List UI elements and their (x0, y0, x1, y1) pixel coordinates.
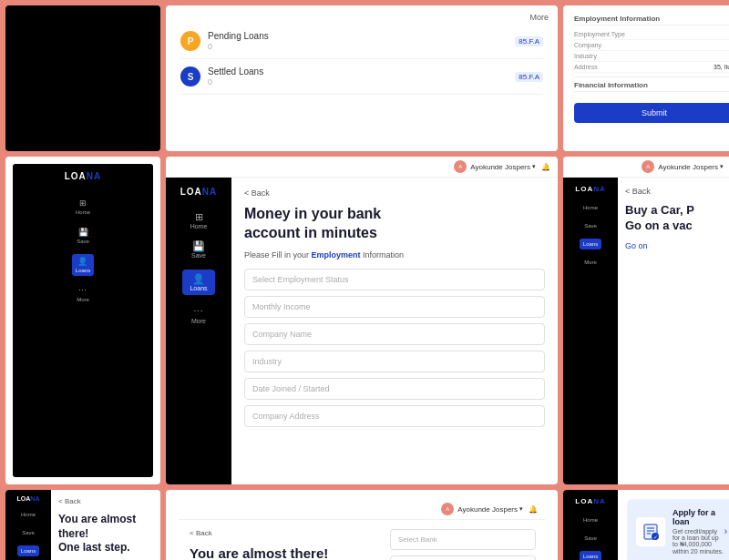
mid-center-content: Back Money in your bank account in minut… (231, 178, 558, 484)
financial-section-title: Financial Information (574, 81, 729, 92)
pending-loans-item: P Pending Loans 0 85.F.A (180, 24, 543, 59)
bot-left-nav-home[interactable]: Home (17, 509, 39, 520)
back-link[interactable]: Back (244, 188, 545, 198)
mid-center-panel: A Ayokunde Jospers ▾ 🔔 LOANA ⊞ Home 💾 Sa… (166, 157, 558, 484)
bot-left-nav-save[interactable]: Save (18, 527, 38, 538)
mid-center-header: A Ayokunde Jospers ▾ 🔔 (166, 157, 558, 178)
bot-center-chevron: ▾ (519, 505, 523, 513)
emp-section-title: Employment Information (574, 15, 729, 25)
sidebar-item-more[interactable]: ⋯ More (191, 306, 206, 324)
mid-right-title: Buy a Car, P Go on a vac (625, 203, 729, 234)
mid-center-avatar: A (454, 160, 467, 173)
bot-left-nav-loans[interactable]: Loans (17, 545, 39, 556)
mid-left-nav-save[interactable]: 💾Save (73, 225, 93, 247)
settled-label: Settled Loans 0 (208, 66, 509, 87)
apply-card-icon: ✓ (636, 517, 665, 546)
bot-left-title: You are almost there! One last step. (58, 513, 153, 555)
go-on-link[interactable]: Go on (625, 241, 729, 250)
settled-badge: 85.F.A (515, 72, 543, 82)
bot-center-back[interactable]: Back (190, 529, 370, 537)
date-joined-input[interactable] (244, 378, 545, 400)
mid-right-panel: A Ayokunde Jospers ▾ 🔔 LOANA Home Save L… (563, 157, 729, 484)
mid-right-user: A Ayokunde Jospers ▾ 🔔 (642, 160, 729, 173)
bot-center-header: A Ayokunde Jospers ▾ 🔔 (179, 499, 545, 520)
bot-right-nav-save[interactable]: Save (580, 533, 601, 544)
sidebar-item-home[interactable]: ⊞ Home (190, 211, 208, 229)
settled-icon: S (180, 66, 200, 87)
bot-right-nav-loans[interactable]: Loans (580, 551, 601, 560)
pending-badge: 85.F.A (515, 36, 543, 46)
bot-left-back[interactable]: Back (58, 497, 153, 505)
page-title: Money in your bank account in minutes (244, 205, 545, 243)
mid-right-chevron: ▾ (720, 163, 724, 170)
emp-type-row: Employment Type (574, 29, 729, 40)
sidebar-item-loans[interactable]: 👤 Loans (182, 270, 214, 295)
chevron-down-icon: ▾ (532, 163, 536, 170)
sidebar-item-save[interactable]: 💾 Save (191, 240, 206, 259)
mid-left-panel: LOANA ⊞Home 💾Save 👤Loans ⋯More (5, 157, 160, 484)
apply-card-text: Apply for a loan Get credit/apply for a … (673, 508, 724, 555)
emp-address-row: Address 35, Ilud (574, 62, 729, 73)
apply-card[interactable]: ✓ Apply for a loan Get credit/apply for … (627, 499, 729, 560)
mid-right-nav-home[interactable]: Home (580, 202, 601, 213)
top-left-panel (5, 5, 160, 151)
apply-card-subtitle: Get credit/apply for a loan but up to ₦4… (673, 528, 724, 555)
mid-right-nav-loans[interactable]: Loans (580, 239, 601, 249)
mid-right-nav-save[interactable]: Save (580, 220, 601, 231)
bot-left-panel: LOANA Home Save Loans More Back You are … (5, 490, 160, 560)
almost-title: You are almost there! One last step. (190, 545, 370, 560)
mid-center-user: A Ayokunde Jospers ▾ 🔔 (454, 160, 550, 173)
bell-icon: 🔔 (541, 163, 550, 171)
mid-right-avatar: A (642, 160, 654, 173)
monthly-income-input[interactable] (244, 296, 545, 318)
top-center-panel: More P Pending Loans 0 85.F.A S Settled … (166, 5, 558, 151)
settled-loans-item: S Settled Loans 0 85.F.A (180, 59, 543, 95)
mid-left-nav-home[interactable]: ⊞Home (72, 196, 94, 218)
bot-right-nav-home[interactable]: Home (580, 514, 601, 525)
mid-right-back[interactable]: Back (625, 187, 729, 196)
more-button[interactable]: More (529, 13, 549, 22)
bot-center-user: A Ayokunde Jospers ▾ 🔔 (441, 503, 538, 515)
sidebar-logo: LOANA (180, 187, 218, 197)
apply-card-arrow-icon: › (724, 526, 727, 536)
bot-center-panel: A Ayokunde Jospers ▾ 🔔 Back You are almo… (166, 490, 558, 560)
mid-right-nav-more[interactable]: More (580, 257, 601, 268)
employment-status-input[interactable] (244, 269, 545, 290)
top-right-panel: Employment Information Employment Type C… (563, 5, 729, 151)
bot-center-account-input[interactable] (390, 555, 536, 560)
bot-center-avatar: A (441, 503, 454, 515)
industry-input[interactable] (244, 351, 545, 372)
bot-center-bank-input[interactable] (390, 529, 536, 550)
submit-button[interactable]: Submit (574, 103, 729, 123)
section-hint: Please Fill in your Employment Informati… (244, 250, 545, 260)
apply-card-title: Apply for a loan (673, 508, 724, 526)
pending-label: Pending Loans 0 (208, 31, 509, 51)
svg-text:✓: ✓ (653, 535, 658, 540)
pending-icon: P (180, 31, 200, 51)
emp-industry-row: Industry (574, 51, 729, 62)
bot-right-panel: LOANA Home Save Loans More (563, 490, 729, 560)
emp-company-row: Company (574, 40, 729, 51)
mid-left-nav-more[interactable]: ⋯More (73, 283, 93, 305)
company-address-input[interactable] (244, 405, 545, 427)
mid-left-nav-loans[interactable]: 👤Loans (72, 254, 94, 276)
mid-center-sidebar: LOANA ⊞ Home 💾 Save 👤 Loans ⋯ More (166, 178, 231, 484)
bot-center-bell: 🔔 (529, 505, 538, 514)
company-name-input[interactable] (244, 323, 545, 345)
mid-left-logo: LOANA (65, 171, 102, 181)
mid-right-header: A Ayokunde Jospers ▾ 🔔 (563, 157, 729, 178)
